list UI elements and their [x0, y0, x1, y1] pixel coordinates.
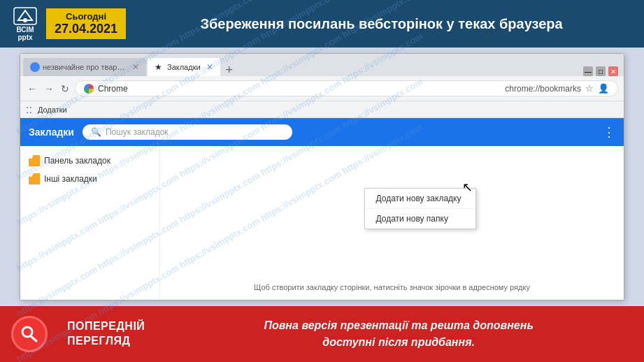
forward-button[interactable]: → [43, 82, 55, 96]
sidebar-item-other-label: Інші закладки [44, 174, 97, 184]
folder-other-icon [29, 173, 40, 184]
sidebar-item-other[interactable]: Інші закладки [20, 170, 159, 188]
bookmarks-search-box[interactable]: 🔍 Пошук закладок [83, 124, 292, 140]
sidebar-item-toolbar-label: Панель закладок [44, 156, 110, 166]
main-content: незвичайне про тварин - Пош... ✕ ★ Закла… [0, 48, 644, 306]
svg-line-4 [31, 336, 36, 341]
bookmarks-toolbar: :: Додатки [20, 101, 624, 118]
bottom-text-line1: Повна версія презентації та решта доповн… [264, 319, 534, 331]
new-tab-button[interactable]: + [222, 64, 238, 76]
more-options-icon[interactable]: ⋮ [603, 124, 615, 140]
minimize-button[interactable]: — [583, 66, 593, 76]
bottom-text: Повна версія презентації та решта доповн… [153, 317, 644, 351]
date-badge: Сьогодні 27.04.2021 [46, 8, 126, 39]
tab-close-1[interactable]: ✕ [132, 62, 139, 72]
bookmarks-content: Панель закладок Інші закладки ↖ Додати н… [20, 146, 624, 300]
chrome-logo-icon [84, 84, 94, 94]
bookmarks-hint: Щоб створити закладку сторінки, натисніт… [160, 283, 624, 291]
browser-window: незвичайне про тварин - Пош... ✕ ★ Закла… [20, 53, 624, 301]
preview-search-icon [20, 324, 39, 344]
apps-icon[interactable]: :: [26, 103, 32, 116]
tab-label-1: незвичайне про тварин - Пош... [43, 63, 127, 71]
search-icon: 🔍 [91, 127, 101, 137]
bookmarks-manager-title: Закладки [29, 126, 74, 138]
bottom-bar: ПОПЕРЕДНІЙПЕРЕГЛЯД Повна версія презента… [0, 306, 644, 362]
preview-circle [11, 316, 48, 352]
address-box[interactable]: Chrome chrome://bookmarks ☆ 👤 [75, 80, 618, 96]
today-label: Сьогодні [55, 11, 117, 22]
cursor-pointer: ↖ [462, 180, 473, 195]
bookmarks-toolbar-label[interactable]: Додатки [38, 106, 67, 114]
logo-text: ВСІМpptx [16, 26, 34, 41]
star-icon[interactable]: ☆ [585, 83, 594, 94]
back-button[interactable]: ← [26, 82, 38, 96]
logo-area: ВСІМpptx [7, 3, 43, 44]
preview-label-text: ПОПЕРЕДНІЙПЕРЕГЛЯД [67, 320, 145, 347]
window-controls: — □ ✕ [583, 66, 621, 76]
bookmarks-manager-header: Закладки 🔍 Пошук закладок ⋮ [20, 118, 624, 146]
folder-toolbar-icon [29, 155, 40, 166]
browser-tabs: незвичайне про тварин - Пош... ✕ ★ Закла… [20, 54, 624, 76]
tab-favicon-1 [30, 62, 40, 72]
address-url: chrome://bookmarks [505, 84, 581, 94]
context-menu-add-folder[interactable]: Додати нову папку [365, 209, 475, 229]
search-placeholder[interactable]: Пошук закладок [106, 127, 284, 137]
tab-label-2: Закладки [167, 63, 201, 71]
address-brand: Chrome [98, 84, 501, 94]
browser-addressbar: ← → ↻ Chrome chrome://bookmarks ☆ 👤 [20, 76, 624, 101]
browser-tab-1[interactable]: незвичайне про тварин - Пош... ✕ [23, 58, 146, 76]
logo-icon [13, 6, 38, 26]
date-value: 27.04.2021 [55, 22, 117, 36]
context-menu-add-bookmark[interactable]: Додати нову закладку [365, 189, 475, 209]
context-menu: Додати нову закладку Додати нову папку [364, 188, 476, 229]
tab-favicon-2: ★ [155, 62, 164, 72]
restore-button[interactable]: □ [596, 66, 606, 76]
user-icon[interactable]: 👤 [598, 83, 609, 94]
close-button[interactable]: ✕ [608, 66, 618, 76]
sidebar-item-toolbar[interactable]: Панель закладок [20, 152, 159, 170]
tab-close-2[interactable]: ✕ [206, 62, 213, 72]
top-header: ВСІМpptx Сьогодні 27.04.2021 Збереження … [0, 0, 644, 48]
bookmarks-main-area: ↖ Додати нову закладку Додати нову папку… [160, 146, 624, 300]
bookmarks-sidebar: Панель закладок Інші закладки [20, 146, 160, 300]
bottom-text-line2: доступні після придбання. [322, 336, 475, 348]
preview-label: ПОПЕРЕДНІЙПЕРЕГЛЯД [59, 319, 153, 349]
address-icons: ☆ 👤 [585, 83, 609, 94]
header-title: Збереження посилань вебсторінок у теках … [126, 16, 637, 32]
reload-button[interactable]: ↻ [59, 82, 71, 96]
preview-icon-area [0, 309, 59, 359]
svg-point-2 [23, 18, 27, 22]
browser-tab-2[interactable]: ★ Закладки ✕ [148, 58, 220, 76]
